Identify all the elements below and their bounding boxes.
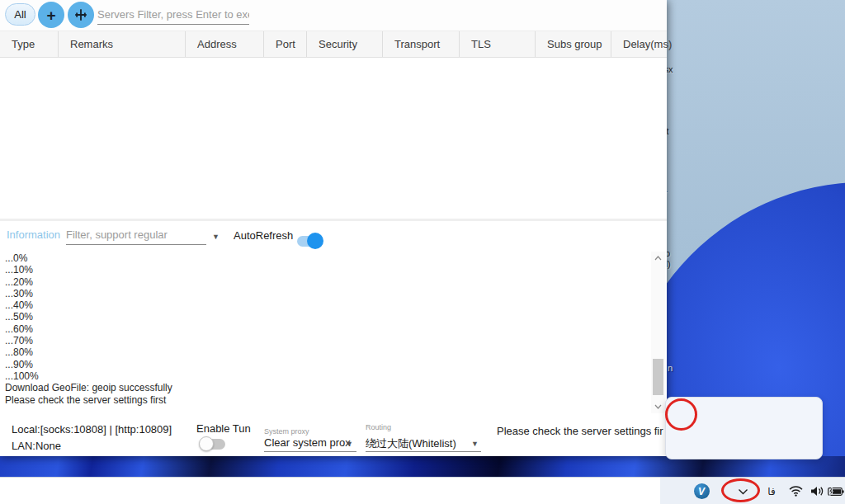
- wifi-icon[interactable]: [786, 478, 805, 504]
- taskbar-system-tray: V فا: [660, 478, 845, 504]
- server-toolbar: All +: [0, 0, 667, 31]
- panel-splitter[interactable]: [0, 219, 667, 221]
- log-line: ...0%: [5, 252, 649, 264]
- routing-dropdown-caret[interactable]: ▼: [471, 440, 479, 448]
- status-message: Please check the server settings fir: [497, 425, 663, 437]
- column-header-type[interactable]: Type: [0, 31, 59, 57]
- system-proxy-dropdown[interactable]: Clear system prox: [264, 436, 351, 449]
- v2rayn-main-window: All + Type Remarks Address Port Security…: [0, 0, 667, 456]
- subscription-group-all-button[interactable]: All: [5, 3, 35, 26]
- add-server-button[interactable]: +: [38, 2, 64, 28]
- column-header-address[interactable]: Address: [186, 31, 264, 57]
- server-list-empty[interactable]: [0, 58, 667, 219]
- column-header-tls[interactable]: TLS: [460, 31, 536, 57]
- log-line: Please check the server settings first: [5, 394, 649, 406]
- routing-underline: [366, 451, 481, 452]
- volume-icon[interactable]: [807, 478, 827, 504]
- enable-tun-toggle[interactable]: [201, 439, 225, 450]
- log-line: ...90%: [5, 359, 649, 370]
- desktop-icon-label-fragment: n: [668, 363, 673, 373]
- v2rayn-taskbar-icon[interactable]: V: [692, 478, 711, 504]
- server-table-header: Type Remarks Address Port Security Trans…: [0, 31, 667, 58]
- column-header-remarks[interactable]: Remarks: [59, 31, 186, 57]
- system-proxy-label: System proxy: [264, 427, 309, 436]
- toggle-knob: [199, 436, 214, 451]
- scrollbar-thumb[interactable]: [653, 359, 663, 395]
- column-header-subs-group[interactable]: Subs group: [536, 31, 611, 57]
- local-ports-label: Local:[socks:10808] | [http:10809]: [12, 423, 172, 436]
- autorefresh-toggle[interactable]: [297, 236, 320, 247]
- log-line: ...10%: [5, 264, 649, 276]
- routing-dropdown[interactable]: 绕过大陆(Whitelist): [366, 436, 456, 451]
- language-indicator[interactable]: فا: [762, 478, 781, 504]
- lan-label: LAN:None: [12, 440, 61, 452]
- scroll-down-arrow-icon[interactable]: [651, 400, 665, 413]
- log-panel-header: Information ▼ AutoRefresh: [0, 223, 667, 251]
- routing-label: Routing: [366, 423, 391, 431]
- chevron-down-icon: [738, 488, 748, 495]
- log-scrollbar[interactable]: [651, 252, 665, 413]
- log-output: ...0% ...10% ...20% ...30% ...40% ...50%…: [5, 252, 649, 414]
- battery-charging-icon[interactable]: [825, 478, 845, 504]
- adjust-columns-button[interactable]: [68, 2, 94, 28]
- log-line: ...100%: [5, 370, 649, 382]
- scroll-up-arrow-icon[interactable]: [651, 252, 665, 265]
- log-line: ...40%: [5, 299, 649, 311]
- taskbar: V فا: [0, 477, 845, 504]
- tab-information[interactable]: Information: [7, 228, 60, 241]
- log-line: ...60%: [5, 323, 649, 335]
- log-line: ...30%: [5, 288, 649, 299]
- log-line: ...50%: [5, 311, 649, 323]
- log-line: ...80%: [5, 346, 649, 358]
- all-button-label: All: [14, 8, 26, 21]
- system-proxy-underline: [264, 451, 356, 452]
- column-header-security[interactable]: Security: [307, 31, 383, 57]
- toggle-knob: [307, 233, 323, 249]
- column-header-delay[interactable]: Delay(ms): [611, 31, 667, 57]
- show-hidden-icons-chevron[interactable]: [733, 478, 753, 504]
- column-header-transport[interactable]: Transport: [383, 31, 460, 57]
- v2rayn-icon: V: [694, 483, 710, 499]
- plus-icon: +: [46, 7, 55, 23]
- server-filter-input[interactable]: [97, 5, 249, 25]
- log-filter-input[interactable]: [66, 225, 206, 245]
- column-header-port[interactable]: Port: [264, 31, 307, 57]
- log-filter-dropdown-caret[interactable]: ▼: [212, 233, 220, 241]
- adjust-columns-icon: [73, 7, 88, 22]
- tray-overflow-popup: V T: [665, 397, 823, 459]
- log-line: ...20%: [5, 276, 649, 288]
- enable-tun-label: Enable Tun: [196, 422, 251, 435]
- status-bar: Local:[socks:10808] | [http:10809] LAN:N…: [0, 415, 667, 456]
- system-proxy-dropdown-caret[interactable]: ▼: [346, 440, 353, 448]
- log-line: Download GeoFile: geoip successfully: [5, 382, 649, 393]
- log-line: ...70%: [5, 335, 649, 346]
- autorefresh-label: AutoRefresh: [234, 229, 293, 242]
